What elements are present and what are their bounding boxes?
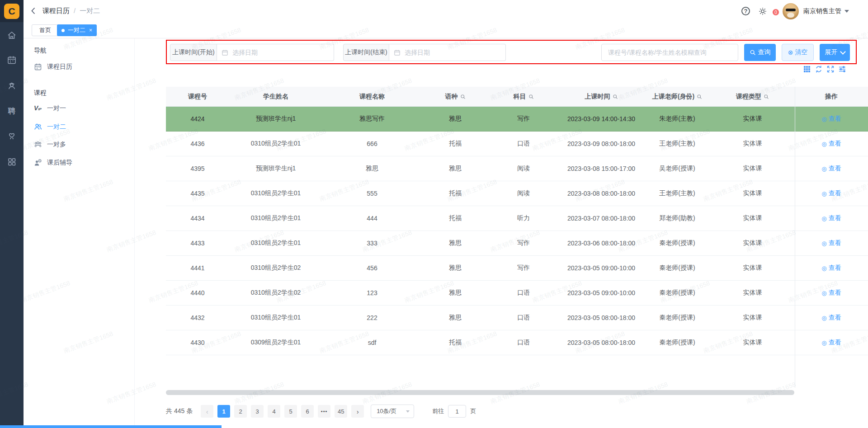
cell-action: ◎查看: [795, 189, 868, 198]
sidebar-item-one-to-many[interactable]: 一对多: [34, 136, 127, 153]
page-button-1[interactable]: 1: [217, 405, 230, 418]
view-link[interactable]: ◎查看: [821, 189, 841, 198]
app-logo[interactable]: C: [0, 0, 24, 22]
cell-subject: 写作: [489, 239, 558, 247]
hire-icon[interactable]: 聘: [7, 106, 17, 116]
page-button-3[interactable]: 3: [251, 405, 264, 418]
calendar-icon[interactable]: [7, 55, 17, 65]
table-row[interactable]: 4424预测班学生nj1雅思写作雅思写作2023-03-09 14:00-14:…: [166, 107, 868, 132]
table-row[interactable]: 44320310组员2学生01222雅思口语2023-03-05 08:00-1…: [166, 306, 868, 330]
fullscreen-icon[interactable]: [826, 65, 835, 73]
cell-teacher: 秦老师(授课): [644, 339, 710, 347]
page-ellipsis[interactable]: •••: [318, 405, 330, 418]
clear-button[interactable]: ⊗ 清空: [782, 44, 814, 61]
cell-no: 4441: [166, 264, 229, 272]
cell-course: 222: [322, 314, 422, 321]
cell-action: ◎查看: [795, 289, 868, 297]
page-button-45[interactable]: 45: [335, 405, 347, 418]
table-row[interactable]: 44410310组员2学生02456雅思写作2023-03-05 09:00-1…: [166, 256, 868, 281]
tab-close-icon[interactable]: ×: [89, 27, 92, 33]
start-date-input[interactable]: [231, 48, 329, 56]
tab-one-to-two[interactable]: 一对二 ×: [57, 24, 97, 36]
cell-teacher: 秦老师(授课): [644, 264, 710, 272]
medal-heart-icon[interactable]: [7, 131, 17, 141]
cell-time: 2023-03-05 09:00-10:00: [558, 289, 644, 296]
goto-page-input[interactable]: [448, 405, 466, 418]
start-date-picker[interactable]: [217, 44, 334, 61]
table-row[interactable]: 44330310组员2学生01333雅思写作2023-03-06 08:00-1…: [166, 231, 868, 256]
table-row[interactable]: 44340310组员2学生01444托福听力2023-03-07 08:00-1…: [166, 206, 868, 231]
view-link[interactable]: ◎查看: [821, 289, 841, 297]
table-row[interactable]: 4395预测班学生nj1雅思雅思阅读2023-03-08 15:00-17:00…: [166, 156, 868, 181]
topbar-actions: ? 0 南京销售主管: [733, 0, 849, 22]
horizontal-scrollbar[interactable]: [166, 390, 794, 395]
cell-time: 2023-03-08 08:00-18:00: [558, 190, 644, 197]
expand-button[interactable]: 展开: [820, 44, 850, 61]
settings-gear-icon[interactable]: [758, 7, 767, 16]
view-link[interactable]: ◎查看: [821, 214, 841, 222]
view-link[interactable]: ◎查看: [821, 165, 841, 173]
end-date-picker[interactable]: [389, 44, 506, 61]
breadcrumb-level1[interactable]: 课程日历: [42, 7, 70, 14]
goto-page: 前往 页: [432, 405, 476, 418]
sidebar-item-course-calendar[interactable]: 课程日历: [34, 59, 127, 75]
keyword-search-box[interactable]: [601, 44, 738, 61]
cell-course: 雅思写作: [322, 115, 422, 123]
students-icon[interactable]: [7, 81, 17, 91]
table-row[interactable]: 44360310组员2学生01666托福口语2023-03-09 08:00-1…: [166, 132, 868, 156]
end-date-input[interactable]: [404, 48, 501, 56]
breadcrumb-separator: /: [74, 7, 75, 14]
prev-page-button[interactable]: ‹: [201, 405, 213, 418]
column-search-icon[interactable]: [528, 94, 534, 99]
cell-time: 2023-03-06 08:00-18:00: [558, 240, 644, 247]
sidebar: 导航 课程日历 课程 VIP 一对一 一对二 一对多 课后辅导: [24, 38, 135, 428]
cell-subject: 阅读: [489, 189, 558, 198]
view-link[interactable]: ◎查看: [821, 140, 841, 148]
tab-home[interactable]: 首页: [32, 24, 59, 36]
table-row[interactable]: 44300309组员2学生01sdf托福口语2023-03-05 08:00-1…: [166, 330, 868, 355]
page-button-4[interactable]: 4: [268, 405, 280, 418]
cell-lang: 雅思: [422, 289, 489, 297]
calendar-icon: [34, 63, 42, 71]
table-row[interactable]: 44400310组员2学生02123雅思口语2023-03-05 09:00-1…: [166, 281, 868, 306]
view-link[interactable]: ◎查看: [821, 239, 841, 247]
sidebar-item-one-to-one[interactable]: VIP 一对一: [34, 100, 127, 117]
home-icon[interactable]: [7, 30, 17, 40]
cell-teacher: 王老师(主教): [644, 189, 710, 198]
eye-icon: ◎: [821, 166, 826, 172]
view-link[interactable]: ◎查看: [821, 339, 841, 347]
column-search-icon[interactable]: [697, 94, 702, 99]
vip-icon: VIP: [34, 104, 42, 113]
user-menu-caret-icon[interactable]: [844, 10, 849, 15]
sidebar-item-label: 一对多: [47, 141, 66, 149]
next-page-button[interactable]: ›: [351, 405, 364, 418]
page-size-select[interactable]: 10条/页: [371, 404, 414, 418]
view-link[interactable]: ◎查看: [821, 264, 841, 272]
cell-subject: 口语: [489, 140, 558, 148]
keyword-search-input[interactable]: [607, 48, 732, 56]
refresh-icon[interactable]: [815, 65, 823, 73]
page-button-2[interactable]: 2: [234, 405, 247, 418]
grid-view-icon[interactable]: [803, 65, 811, 73]
avatar[interactable]: [783, 3, 799, 19]
column-search-icon[interactable]: [460, 94, 466, 99]
view-link[interactable]: ◎查看: [821, 314, 841, 322]
column-search-icon[interactable]: [764, 94, 769, 99]
column-settings-icon[interactable]: [838, 65, 846, 73]
table-row[interactable]: 44350310组员2学生01555托福阅读2023-03-08 08:00-1…: [166, 181, 868, 206]
page-button-6[interactable]: 6: [301, 405, 314, 418]
column-search-icon[interactable]: [613, 94, 618, 99]
clear-circle-icon: ⊗: [788, 49, 793, 56]
user-name[interactable]: 南京销售主管: [803, 7, 841, 15]
cell-lang: 雅思: [422, 239, 489, 247]
apps-grid-icon[interactable]: [7, 157, 17, 167]
page-button-5[interactable]: 5: [284, 405, 297, 418]
search-button[interactable]: 查询: [744, 44, 776, 61]
view-link[interactable]: ◎查看: [821, 115, 841, 123]
cell-lang: 雅思: [422, 314, 489, 322]
back-button[interactable]: [29, 6, 38, 15]
sidebar-item-one-to-two[interactable]: 一对二: [34, 119, 127, 135]
help-icon[interactable]: ?: [741, 7, 750, 15]
sidebar-item-after-class-tutoring[interactable]: 课后辅导: [34, 155, 127, 171]
cell-time: 2023-03-09 14:00-14:30: [558, 115, 644, 122]
